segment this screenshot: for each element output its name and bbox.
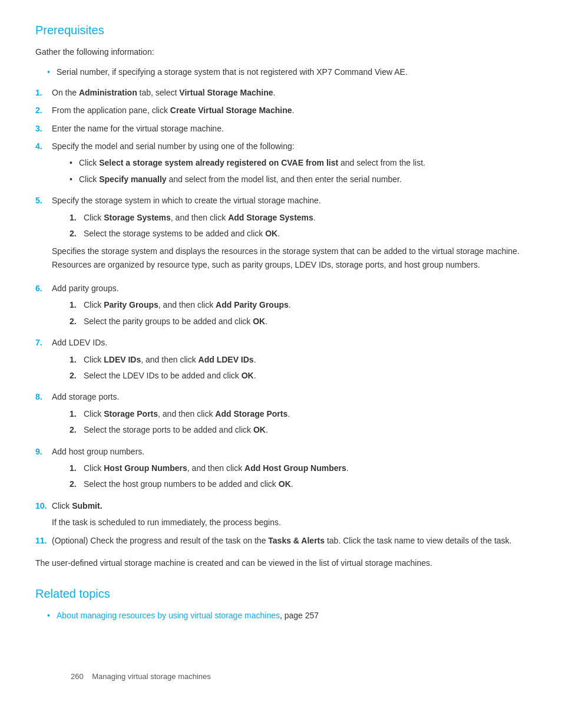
step-1-num: 1. [35,86,52,99]
step-6-sub-1-num: 1. [70,298,84,311]
step-5-sub-1-content: Click Storage Systems, and then click Ad… [84,211,316,224]
step-8-sub-1-content: Click Storage Ports, and then click Add … [84,407,290,420]
step-4-sub-bullets: Click Select a storage system already re… [52,156,527,186]
related-topics-list: About managing resources by using virtua… [35,609,527,622]
step-5-num: 5. [35,194,52,207]
step-5: 5. Specify the storage system in which t… [35,194,527,277]
step-4: 4. Specify the model and serial number b… [35,140,527,189]
step-7-num: 7. [35,336,52,349]
step-8-sub-1: 1. Click Storage Ports, and then click A… [70,407,527,420]
step-7-sub-1: 1. Click LDEV IDs, and then click Add LD… [70,353,527,366]
step-6-sub-1-content: Click Parity Groups, and then click Add … [84,298,291,311]
step-1-content: On the Administration tab, select Virtua… [52,86,527,99]
step-8-sub-2: 2. Select the storage ports to be added … [70,423,527,436]
step-4-sub-bullet-2: Click Specify manually and select from t… [70,173,527,186]
step-6-sub-2-num: 2. [70,315,84,328]
footer-section: Managing virtual storage machines [92,672,211,681]
step-5-sub-steps: 1. Click Storage Systems, and then click… [52,211,527,241]
step-7-sub-2: 2. Select the LDEV IDs to be added and c… [70,369,527,382]
conclusion-text: The user-defined virtual storage machine… [35,556,527,569]
prerequisites-heading: Prerequisites [35,24,527,37]
step-6-sub-2: 2. Select the parity groups to be added … [70,315,527,328]
intro-text: Gather the following information: [35,45,527,58]
step-5-sub-1: 1. Click Storage Systems, and then click… [70,211,527,224]
step-8-content: Add storage ports. 1. Click Storage Port… [52,390,527,440]
related-topics-section: Related topics About managing resources … [35,587,527,622]
step-10-num: 10. [35,499,52,512]
step-8-sub-1-num: 1. [70,407,84,420]
step-9-content: Add host group numbers. 1. Click Host Gr… [52,445,527,495]
step-7: 7. Add LDEV IDs. 1. Click LDEV IDs, and … [35,336,527,386]
step-7-sub-1-content: Click LDEV IDs, and then click Add LDEV … [84,353,256,366]
step-8-num: 8. [35,390,52,403]
step-3: 3. Enter the name for the virtual storag… [35,122,527,135]
step-10: 10. Click Submit. If the task is schedul… [35,499,527,529]
related-topic-link-1[interactable]: About managing resources by using virtua… [57,611,280,620]
step-2-content: From the application pane, click Create … [52,104,527,117]
main-steps-list: 1. On the Administration tab, select Vir… [35,86,527,547]
related-topic-suffix-1: , page 257 [280,611,319,620]
step-2: 2. From the application pane, click Crea… [35,104,527,117]
step-7-sub-steps: 1. Click LDEV IDs, and then click Add LD… [52,353,527,383]
step-5-sub-1-num: 1. [70,211,84,224]
bullet-list: Serial number, if specifying a storage s… [35,65,527,78]
step-8-sub-2-content: Select the storage ports to be added and… [84,423,268,436]
step-5-note: Specifies the storage system and display… [52,245,527,271]
step-7-sub-2-num: 2. [70,369,84,382]
step-4-sub-bullet-1: Click Select a storage system already re… [70,156,527,169]
footer-page-number: 260 [71,672,84,681]
step-5-sub-2-num: 2. [70,227,84,240]
step-7-sub-2-content: Select the LDEV IDs to be added and clic… [84,369,256,382]
step-10-note: If the task is scheduled to run immediat… [52,516,527,529]
step-9: 9. Add host group numbers. 1. Click Host… [35,445,527,495]
step-8: 8. Add storage ports. 1. Click Storage P… [35,390,527,440]
step-2-num: 2. [35,104,52,117]
step-11: 11. (Optional) Check the progress and re… [35,534,527,547]
step-9-num: 9. [35,445,52,458]
step-11-content: (Optional) Check the progress and result… [52,534,527,547]
step-8-sub-steps: 1. Click Storage Ports, and then click A… [52,407,527,437]
step-9-sub-2: 2. Select the host group numbers to be a… [70,477,527,490]
step-9-sub-1-num: 1. [70,462,84,475]
step-9-sub-2-content: Select the host group numbers to be adde… [84,477,293,490]
step-6-sub-1: 1. Click Parity Groups, and then click A… [70,298,527,311]
step-5-sub-2: 2. Select the storage systems to be adde… [70,227,527,240]
step-9-sub-steps: 1. Click Host Group Numbers, and then cl… [52,462,527,491]
step-7-content: Add LDEV IDs. 1. Click LDEV IDs, and the… [52,336,527,386]
step-4-content: Specify the model and serial number by u… [52,140,527,189]
step-5-content: Specify the storage system in which to c… [52,194,527,277]
step-6-content: Add parity groups. 1. Click Parity Group… [52,282,527,331]
step-5-sub-2-content: Select the storage systems to be added a… [84,227,280,240]
step-6-sub-2-content: Select the parity groups to be added and… [84,315,267,328]
step-1: 1. On the Administration tab, select Vir… [35,86,527,99]
step-6: 6. Add parity groups. 1. Click Parity Gr… [35,282,527,331]
step-6-num: 6. [35,282,52,295]
step-9-sub-1: 1. Click Host Group Numbers, and then cl… [70,462,527,475]
step-3-content: Enter the name for the virtual storage m… [52,122,527,135]
footer: 260 Managing virtual storage machines [71,672,211,681]
step-6-sub-steps: 1. Click Parity Groups, and then click A… [52,298,527,328]
step-9-sub-2-num: 2. [70,477,84,490]
bullet-item-1: Serial number, if specifying a storage s… [47,65,527,78]
related-topics-heading: Related topics [35,587,527,601]
related-topic-item-1: About managing resources by using virtua… [47,609,527,622]
step-8-sub-2-num: 2. [70,423,84,436]
step-3-num: 3. [35,122,52,135]
step-11-num: 11. [35,534,52,547]
step-4-num: 4. [35,140,52,153]
step-7-sub-1-num: 1. [70,353,84,366]
step-9-sub-1-content: Click Host Group Numbers, and then click… [84,462,349,475]
step-10-content: Click Submit. If the task is scheduled t… [52,499,527,529]
